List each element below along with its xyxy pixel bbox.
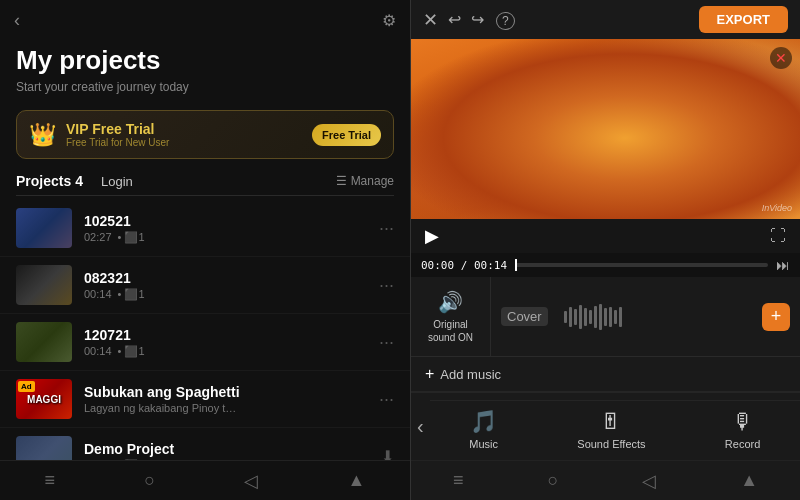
project-clips: • ⬛1 — [118, 288, 145, 301]
play-button[interactable]: ▶ — [425, 225, 439, 247]
project-info: Subukan ang Spaghetti Lagyan ng kakaiban… — [84, 384, 379, 414]
project-duration: 02:27 — [84, 231, 112, 243]
project-name: 120721 — [84, 327, 379, 343]
left-bottom-nav: ≡ ○ ◁ ▲ — [0, 460, 410, 500]
sound-effects-tool[interactable]: 🎚 Sound Effects — [577, 409, 645, 450]
project-description: Lagyan ng kakaibang Pinoy twist and p... — [84, 402, 244, 414]
projects-bar: Projects 4 Login ☰ Manage — [0, 169, 410, 195]
waveform-bar — [579, 305, 582, 329]
timeline-track[interactable] — [515, 263, 768, 267]
audio-cover-section: Cover + — [491, 277, 800, 356]
project-info: Demo Project 00:13 • ⬛8 — [84, 441, 381, 461]
vip-text: VIP Free Trial Free Trial for New User — [66, 121, 312, 148]
music-tool[interactable]: 🎵 Music — [469, 409, 498, 450]
project-name: Subukan ang Spaghetti — [84, 384, 379, 400]
nav-recents-icon-right[interactable]: ▲ — [740, 470, 758, 491]
delete-clip-button[interactable]: ✕ — [770, 47, 792, 69]
list-item[interactable]: Demo Project 00:13 • ⬛8 ⬇ — [0, 428, 410, 460]
record-tool[interactable]: 🎙 Record — [725, 409, 760, 450]
waveform-bar — [564, 311, 567, 323]
waveform-bar — [604, 308, 607, 326]
music-icon: 🎵 — [470, 409, 497, 435]
waveform-bar — [589, 310, 592, 324]
project-thumbnail — [16, 208, 72, 248]
vip-title: VIP Free Trial — [66, 121, 312, 137]
page-subtitle: Start your creative journey today — [0, 78, 410, 104]
watermark: InVideo — [762, 203, 792, 213]
next-clip-button[interactable]: ⏭ — [776, 257, 790, 273]
login-button[interactable]: Login — [101, 174, 133, 189]
vip-subtitle: Free Trial for New User — [66, 137, 312, 148]
cover-label[interactable]: Cover — [501, 307, 548, 326]
record-label: Record — [725, 438, 760, 450]
more-options-button[interactable]: ··· — [379, 332, 394, 353]
sound-on-icon: 🔊 — [438, 290, 463, 314]
left-panel: ‹ ⚙ My projects Start your creative jour… — [0, 0, 410, 500]
projects-count: Projects 4 — [16, 173, 83, 189]
timeline-bar: 00:00 / 00:14 ⏭ — [411, 253, 800, 277]
project-name: 082321 — [84, 270, 379, 286]
nav-home-icon[interactable]: ○ — [144, 470, 155, 491]
project-duration: 00:14 — [84, 345, 112, 357]
close-button[interactable]: ✕ — [423, 9, 438, 31]
export-button[interactable]: EXPORT — [699, 6, 788, 33]
project-info: 120721 00:14 • ⬛1 — [84, 327, 379, 358]
help-button[interactable]: ? — [496, 12, 515, 28]
timeline-cursor — [515, 259, 517, 271]
add-music-plus-icon: + — [425, 365, 434, 383]
undo-button[interactable]: ↩ — [448, 10, 461, 29]
original-sound-toggle[interactable]: 🔊 Originalsound ON — [411, 277, 491, 356]
back-button[interactable]: ‹ — [14, 10, 20, 31]
list-item[interactable]: 102521 02:27 • ⬛1 ··· — [0, 200, 410, 257]
bottom-tools: 🎵 Music 🎚 Sound Effects 🎙 Record — [430, 400, 800, 454]
project-info: 082321 00:14 • ⬛1 — [84, 270, 379, 301]
list-item[interactable]: 120721 00:14 • ⬛1 ··· — [0, 314, 410, 371]
video-preview: ✕ InVideo — [411, 39, 800, 219]
project-duration: 00:14 — [84, 288, 112, 300]
nav-back-icon-right[interactable]: ◁ — [642, 470, 656, 492]
collapse-button[interactable]: ‹ — [411, 411, 430, 442]
waveform-bar — [609, 307, 612, 327]
current-time: 00:00 / 00:14 — [421, 259, 507, 272]
settings-button[interactable]: ⚙ — [382, 11, 396, 30]
nav-menu-icon-right[interactable]: ≡ — [453, 470, 464, 491]
nav-home-icon-right[interactable]: ○ — [547, 470, 558, 491]
project-name: Demo Project — [84, 441, 381, 457]
download-button[interactable]: ⬇ — [381, 447, 394, 461]
waveform-bar — [599, 304, 602, 330]
nav-menu-icon[interactable]: ≡ — [45, 470, 56, 491]
nav-recents-icon[interactable]: ▲ — [348, 470, 366, 491]
project-name: 102521 — [84, 213, 379, 229]
list-item[interactable]: 082321 00:14 • ⬛1 ··· — [0, 257, 410, 314]
vip-banner[interactable]: 👑 VIP Free Trial Free Trial for New User… — [16, 110, 394, 159]
playback-bar: ▶ ⛶ — [411, 219, 800, 253]
manage-button[interactable]: ☰ Manage — [336, 174, 394, 188]
music-label: Music — [469, 438, 498, 450]
sound-effects-icon: 🎚 — [600, 409, 622, 435]
more-options-button[interactable]: ··· — [379, 389, 394, 410]
redo-button[interactable]: ↪ — [471, 10, 484, 29]
waveform-bar — [569, 307, 572, 327]
project-meta: 02:27 • ⬛1 — [84, 231, 379, 244]
waveform-bar — [574, 309, 577, 325]
left-header: ‹ ⚙ — [0, 0, 410, 41]
project-meta: 00:14 • ⬛1 — [84, 345, 379, 358]
list-item[interactable]: Ad MAGGI Subukan ang Spaghetti Lagyan ng… — [0, 371, 410, 428]
add-music-bar[interactable]: + Add music — [411, 357, 800, 392]
more-options-button[interactable]: ··· — [379, 275, 394, 296]
more-options-button[interactable]: ··· — [379, 218, 394, 239]
manage-label: Manage — [351, 174, 394, 188]
waveform-bar — [619, 307, 622, 327]
right-bottom-nav: ≡ ○ ◁ ▲ — [411, 460, 800, 500]
project-list: 102521 02:27 • ⬛1 ··· 082321 00:14 • ⬛1 … — [0, 196, 410, 460]
project-clips: • ⬛1 — [118, 231, 145, 244]
project-thumbnail: Ad MAGGI — [16, 379, 72, 419]
project-meta: 00:14 • ⬛1 — [84, 288, 379, 301]
add-cover-button[interactable]: + — [762, 303, 790, 331]
fullscreen-button[interactable]: ⛶ — [770, 227, 786, 245]
right-panel: ✕ ↩ ↪ ? EXPORT ✕ InVideo ▶ ⛶ 00:00 / 00:… — [410, 0, 800, 500]
vip-free-trial-button[interactable]: Free Trial — [312, 124, 381, 146]
audio-section: 🔊 Originalsound ON Cover + — [411, 277, 800, 357]
add-music-label: Add music — [440, 367, 501, 382]
nav-back-icon[interactable]: ◁ — [244, 470, 258, 492]
